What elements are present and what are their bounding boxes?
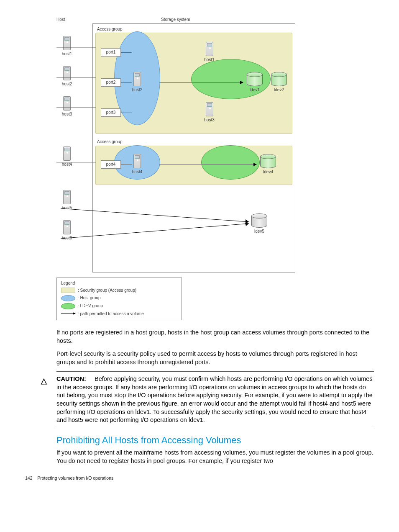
port-4: port4 xyxy=(101,160,121,169)
ldev-4: ldev4 xyxy=(260,169,276,175)
legend-swatch-hostgroup xyxy=(61,295,75,301)
access-group-1-label: Access group xyxy=(97,26,292,32)
access-group-2: port4 host4 ldev4 xyxy=(95,146,292,185)
port-2: port2 xyxy=(101,78,121,87)
paragraph-3: If you want to prevent all the mainframe… xyxy=(56,449,374,465)
legend-swatch-ldevgroup xyxy=(61,303,75,309)
paragraph-1: If no ports are registered in a host gro… xyxy=(56,329,374,345)
ldev-5: ldev5 xyxy=(251,229,267,234)
g2-host-4: host4 xyxy=(132,169,143,175)
g1-host-1: host1 xyxy=(204,57,215,63)
label-storage-column: Storage system xyxy=(161,17,190,23)
page-number: 142 xyxy=(25,475,33,481)
port-1: port1 xyxy=(101,48,121,57)
legend-title: Legend xyxy=(61,280,177,286)
ext-host-4: host4 xyxy=(61,162,72,167)
ext-host-2: host2 xyxy=(61,81,72,87)
svg-marker-5 xyxy=(246,219,249,224)
ldev-2: ldev2 xyxy=(271,87,287,93)
label-host-column: Host xyxy=(56,17,69,23)
legend-swatch-security xyxy=(61,288,75,293)
divider-top xyxy=(56,371,374,372)
legend-text-ldevgroup: : LDEV group xyxy=(78,303,103,309)
legend-text-hostgroup: : Host group xyxy=(78,295,100,301)
caution-label: CAUTION: xyxy=(56,375,86,382)
svg-marker-7 xyxy=(245,223,249,226)
ldev-1: ldev1 xyxy=(247,87,263,93)
svg-line-4 xyxy=(61,208,249,222)
svg-line-6 xyxy=(61,224,249,239)
caution-icon: △ xyxy=(40,375,48,424)
legend: Legend : Security group (Access group) :… xyxy=(56,278,182,321)
paragraph-2: Port-level security is a security policy… xyxy=(56,350,374,366)
access-group-2-label: Access group xyxy=(97,139,292,145)
port-3: port3 xyxy=(101,108,121,117)
legend-arrow-icon xyxy=(61,314,75,314)
g1-host-2: host2 xyxy=(132,87,143,93)
divider-bottom xyxy=(56,428,374,428)
access-group-1: port1 host1 port2 host2 ldev1 ldev2 xyxy=(95,33,292,134)
ext-host-3: host3 xyxy=(61,111,72,117)
section-heading: Prohibiting All Hosts from Accessing Vol… xyxy=(56,434,374,447)
storage-system-box: Access group port1 host1 port2 host2 xyxy=(92,23,295,272)
ext-host-1: host1 xyxy=(61,51,72,57)
ext-host-6: host6 xyxy=(61,235,72,241)
legend-text-path: : path permitted to access a volume xyxy=(78,311,144,317)
legend-text-security: : Security group (Access group) xyxy=(78,288,136,293)
g1-host-3: host3 xyxy=(204,117,215,123)
ext-host-5: host5 xyxy=(61,205,72,211)
diagram: Host Storage system host1 host2 host3 ho… xyxy=(56,17,374,320)
footer-chapter: Protecting volumes from I/O operations xyxy=(37,475,113,481)
caution-text: Before applying security, you must confi… xyxy=(56,375,373,423)
